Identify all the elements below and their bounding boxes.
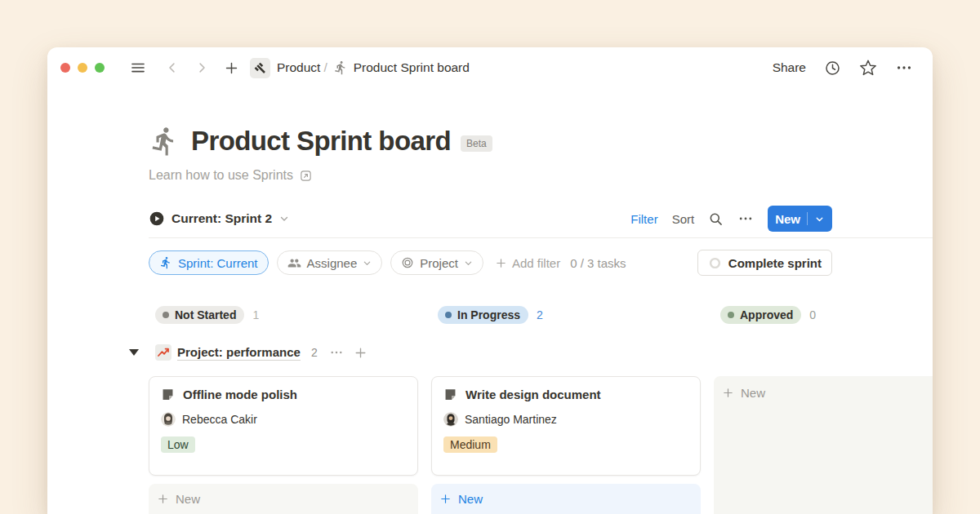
assignee-name: Santiago Martinez <box>465 413 557 426</box>
close-window-button[interactable] <box>60 63 70 73</box>
target-icon <box>401 256 414 269</box>
back-button[interactable] <box>162 57 183 78</box>
status-pill-approved[interactable]: Approved <box>720 306 801 324</box>
column-approved: New <box>714 376 933 514</box>
star-icon[interactable] <box>859 59 877 77</box>
minimize-window-button[interactable] <box>78 63 87 73</box>
chart-increasing-icon <box>155 344 172 361</box>
chevron-down-icon <box>464 259 473 268</box>
card-assignee: Rebecca Cakir <box>161 412 406 427</box>
sprint-board: Not Started 1 In Progress 2 Approved <box>149 300 933 514</box>
complete-sprint-label: Complete sprint <box>728 256 822 270</box>
card-title: Offline mode polish <box>183 388 297 401</box>
hammer-icon <box>254 62 266 74</box>
status-pill-in-progress[interactable]: In Progress <box>438 306 528 324</box>
plus-icon <box>439 493 452 505</box>
breadcrumb-current[interactable]: Product Sprint board <box>354 60 470 75</box>
app-window: Product / Product Sprint board Share <box>47 47 933 514</box>
chevron-left-icon <box>165 60 180 75</box>
status-label: Approved <box>740 308 793 321</box>
project-filter-label: Project <box>420 256 458 270</box>
view-switcher[interactable]: Current: Sprint 2 <box>149 210 290 227</box>
group-header: Project: performance 2 <box>129 341 933 364</box>
assignee-filter-chip[interactable]: Assignee <box>277 250 383 275</box>
column-header-not-started[interactable]: Not Started 1 <box>149 300 418 330</box>
page-runner-icon[interactable] <box>149 126 180 157</box>
group-title[interactable]: Project: performance <box>177 345 301 361</box>
runner-icon <box>159 256 172 269</box>
column-header-in-progress[interactable]: In Progress 2 <box>431 300 701 330</box>
priority-tag: Low <box>161 436 195 453</box>
new-button[interactable]: New <box>768 206 832 232</box>
clock-icon[interactable] <box>824 60 841 77</box>
plus-icon <box>722 387 734 399</box>
task-card[interactable]: Offline mode polish <box>149 376 418 476</box>
priority-tag: Medium <box>443 436 497 453</box>
status-dot <box>728 312 734 318</box>
breadcrumb-separator: / <box>323 60 327 75</box>
external-link-icon <box>299 169 313 183</box>
status-pill-not-started[interactable]: Not Started <box>155 306 244 324</box>
task-card[interactable]: Write design document <box>431 376 701 476</box>
view-label: Current: Sprint 2 <box>172 211 272 226</box>
complete-sprint-button[interactable]: Complete sprint <box>697 250 832 276</box>
filter-bar: Sprint: Current Assignee Project <box>149 250 832 276</box>
new-card-label: New <box>458 492 483 506</box>
page-icon <box>161 388 175 401</box>
forward-button[interactable] <box>191 57 212 78</box>
toolbar-divider <box>149 237 933 238</box>
beta-badge: Beta <box>461 135 492 152</box>
cards-row: Offline mode polish <box>149 376 933 514</box>
assignee-filter-label: Assignee <box>307 256 358 270</box>
more-options-icon[interactable] <box>895 59 913 77</box>
avatar <box>443 412 458 427</box>
view-options-icon[interactable] <box>737 210 754 227</box>
sidebar-menu-button[interactable] <box>127 57 149 78</box>
status-label: In Progress <box>457 308 520 321</box>
people-icon <box>287 256 301 270</box>
sprint-filter-chip[interactable]: Sprint: Current <box>149 250 269 275</box>
hamburger-icon <box>130 60 146 76</box>
search-icon[interactable] <box>708 211 724 227</box>
project-filter-chip[interactable]: Project <box>390 250 483 275</box>
page-icon <box>443 388 457 401</box>
status-count: 2 <box>537 308 543 321</box>
column-not-started: Offline mode polish <box>149 376 418 514</box>
runner-icon <box>333 60 348 75</box>
chevron-right-icon <box>194 60 209 75</box>
chevron-down-icon <box>278 213 290 224</box>
plus-icon <box>224 60 239 76</box>
empty-column-panel[interactable]: New <box>714 376 933 514</box>
chevron-down-icon[interactable] <box>814 214 825 224</box>
group-options-icon[interactable] <box>329 345 344 360</box>
breadcrumb-parent[interactable]: Product <box>277 60 320 75</box>
filter-button[interactable]: Filter <box>630 212 657 226</box>
group-count: 2 <box>311 346 318 359</box>
window-topbar: Product / Product Sprint board Share <box>47 47 933 88</box>
plus-icon <box>495 257 507 269</box>
status-count: 1 <box>252 308 259 321</box>
breadcrumb-workspace-icon-chip[interactable] <box>250 58 270 78</box>
progress-ring-icon <box>708 256 722 270</box>
collapse-triangle-icon[interactable] <box>129 349 139 356</box>
card-assignee: Santiago Martinez <box>443 412 688 427</box>
new-button-divider <box>807 212 808 225</box>
column-footer-not-started[interactable]: New <box>149 484 418 514</box>
new-page-button[interactable] <box>220 57 242 78</box>
column-in-progress: Write design document <box>431 376 701 514</box>
avatar <box>161 412 176 427</box>
sort-button[interactable]: Sort <box>672 212 695 226</box>
add-filter-label: Add filter <box>512 256 560 270</box>
window-controls <box>60 63 105 73</box>
column-header-approved[interactable]: Approved 0 <box>714 300 933 330</box>
group-add-icon[interactable] <box>354 346 368 360</box>
status-label: Not Started <box>175 308 236 321</box>
zoom-window-button[interactable] <box>95 63 105 73</box>
share-button[interactable]: Share <box>773 60 806 75</box>
column-footer-in-progress[interactable]: New <box>431 484 701 514</box>
assignee-name: Rebecca Cakir <box>182 413 257 426</box>
help-link[interactable]: Learn how to use Sprints <box>149 168 933 183</box>
play-circle-icon <box>149 210 165 227</box>
add-filter-button[interactable]: Add filter <box>495 256 560 270</box>
chevron-down-icon <box>363 259 372 268</box>
